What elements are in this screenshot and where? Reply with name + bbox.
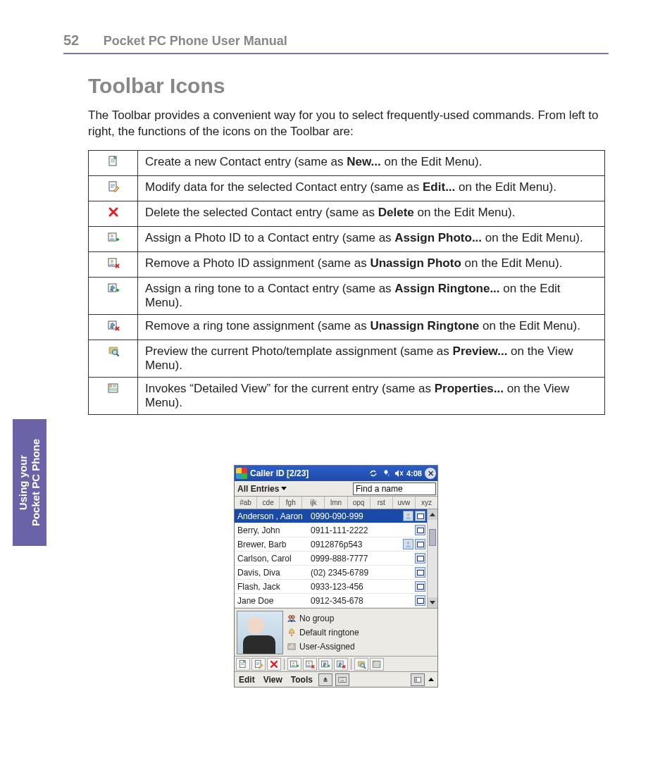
contact-phone: 0990-090-999 bbox=[311, 511, 403, 521]
alpha-tab[interactable]: uvw bbox=[393, 497, 416, 509]
icon-table-row: Create a new Contact entry (same as New.… bbox=[89, 150, 605, 175]
contact-photo bbox=[237, 611, 283, 654]
contact-badges bbox=[415, 525, 427, 535]
page-number: 52 bbox=[63, 32, 79, 49]
device-menubar: Edit View Tools bbox=[235, 671, 437, 687]
filter-bar: All Entries Find a name bbox=[235, 481, 437, 497]
card-badge-icon bbox=[415, 511, 425, 521]
app-title: Caller ID [2/23] bbox=[250, 468, 309, 478]
section-title: Toolbar Icons bbox=[88, 74, 605, 98]
contact-name: Flash, Jack bbox=[235, 582, 311, 592]
card-badge-icon bbox=[415, 595, 425, 606]
alpha-tab[interactable]: xyz bbox=[416, 497, 437, 509]
toolbar-properties-button[interactable] bbox=[370, 658, 384, 671]
alpha-tab[interactable]: rst bbox=[371, 497, 393, 509]
new-icon bbox=[89, 150, 138, 175]
svg-point-31 bbox=[308, 661, 310, 664]
scroll-up-button[interactable] bbox=[428, 509, 437, 520]
search-input[interactable]: Find a name bbox=[353, 483, 436, 495]
contact-row[interactable]: Davis, Diva(02) 2345-6789 bbox=[235, 566, 437, 580]
contacts-list: Anderson , Aaron0990-090-999Berry, John0… bbox=[235, 509, 437, 608]
filter-label: All Entries bbox=[237, 484, 279, 494]
menu-view[interactable]: View bbox=[261, 675, 285, 685]
contact-row[interactable]: Jane Doe0912-345-678 bbox=[235, 594, 437, 608]
device-screenshot: Caller ID [2/23] ! 4:08 ✕ All Entries Fi… bbox=[234, 465, 438, 687]
icon-table-row: Invokes “Detailed View” for the current … bbox=[89, 377, 605, 414]
menu-tools[interactable]: Tools bbox=[288, 675, 316, 685]
svg-point-18 bbox=[407, 514, 410, 516]
contact-phone: (02) 2345-6789 bbox=[311, 568, 415, 578]
sip-keyboard-button[interactable] bbox=[335, 673, 349, 686]
bell-icon bbox=[287, 628, 297, 637]
svg-point-39 bbox=[361, 663, 364, 666]
assign-photo-icon bbox=[89, 226, 138, 251]
svg-point-29 bbox=[292, 661, 294, 664]
icon-table-desc: Invokes “Detailed View” for the current … bbox=[138, 377, 605, 414]
toolbar-edit-button[interactable] bbox=[251, 658, 266, 671]
edit-icon bbox=[89, 175, 138, 201]
preview-icon bbox=[89, 340, 138, 377]
contact-row[interactable]: Berry, John0911-111-2222 bbox=[235, 523, 437, 537]
contact-badges bbox=[415, 553, 427, 564]
filter-dropdown[interactable]: All Entries bbox=[235, 484, 290, 494]
detail-group: No group bbox=[287, 611, 436, 626]
menu-edit[interactable]: Edit bbox=[236, 675, 258, 685]
contact-badges bbox=[403, 511, 427, 521]
chevron-down-icon bbox=[281, 487, 287, 490]
icon-table-row: Preview the current Photo/template assig… bbox=[89, 340, 605, 377]
alpha-tab[interactable]: fgh bbox=[280, 497, 302, 509]
toolbar-assign-ring-button[interactable] bbox=[318, 658, 332, 671]
icon-table-row: Remove a Photo ID assignment (same as Un… bbox=[89, 251, 605, 277]
menu-arrow-up-icon[interactable] bbox=[428, 678, 434, 681]
svg-point-6 bbox=[111, 260, 113, 263]
start-flag-icon[interactable] bbox=[236, 468, 247, 479]
svg-point-14 bbox=[112, 349, 117, 354]
side-tab-label: Using your Pocket PC Phone bbox=[17, 439, 42, 526]
delete-icon bbox=[89, 201, 138, 226]
card-badge-icon bbox=[415, 553, 425, 564]
contact-phone: 0933-123-456 bbox=[311, 582, 415, 592]
icon-table-desc: Delete the selected Contact entry (same … bbox=[138, 201, 605, 226]
icon-table-desc: Assign a ring tone to a Contact entry (s… bbox=[138, 277, 605, 314]
sync-icon[interactable] bbox=[368, 468, 378, 478]
contact-row[interactable]: Carlson, Carol0999-888-7777 bbox=[235, 552, 437, 566]
toolbar-divider bbox=[284, 659, 285, 670]
contact-badges bbox=[415, 581, 427, 592]
icon-table-row: Remove a ring tone assignment (same as U… bbox=[89, 314, 605, 340]
scroll-down-button[interactable] bbox=[428, 597, 437, 608]
speaker-mute-icon[interactable] bbox=[394, 468, 404, 478]
alpha-tab[interactable]: ijk bbox=[302, 497, 325, 509]
photo-badge-icon bbox=[403, 539, 413, 549]
contact-badges bbox=[415, 567, 427, 578]
contact-phone: 0999-888-7777 bbox=[311, 554, 415, 564]
alpha-tab[interactable]: lmn bbox=[325, 497, 347, 509]
toolbar-preview-button[interactable] bbox=[354, 658, 368, 671]
signal-icon[interactable]: ! bbox=[381, 468, 391, 478]
scroll-thumb[interactable] bbox=[429, 529, 436, 546]
toolbar-unassign-photo-button[interactable] bbox=[303, 658, 317, 671]
close-icon[interactable]: ✕ bbox=[425, 468, 436, 479]
contact-row[interactable]: Flash, Jack0933-123-456 bbox=[235, 580, 437, 594]
svg-text:!: ! bbox=[388, 473, 390, 478]
svg-rect-24 bbox=[289, 645, 292, 647]
sip-right-button[interactable] bbox=[411, 673, 425, 686]
card-badge-icon bbox=[415, 567, 425, 578]
contact-row[interactable]: Anderson , Aaron0990-090-999 bbox=[235, 509, 437, 523]
contact-name: Davis, Diva bbox=[235, 568, 311, 578]
svg-point-19 bbox=[407, 542, 410, 545]
svg-point-9 bbox=[111, 290, 113, 291]
toolbar-unassign-ring-button[interactable] bbox=[334, 658, 348, 671]
alpha-tab[interactable]: #ab bbox=[235, 497, 257, 509]
contact-name: Jane Doe bbox=[235, 596, 311, 606]
svg-rect-45 bbox=[416, 678, 418, 681]
toolbar-assign-photo-button[interactable] bbox=[287, 658, 301, 671]
toolbar-delete-button[interactable] bbox=[267, 658, 281, 671]
contact-name: Brewer, Barb bbox=[235, 540, 311, 549]
alpha-tab[interactable]: cde bbox=[257, 497, 280, 509]
toolbar-new-button[interactable] bbox=[236, 658, 250, 671]
icon-table-desc: Remove a Photo ID assignment (same as Un… bbox=[138, 251, 605, 277]
sip-up-button[interactable] bbox=[318, 673, 332, 686]
card-badge-icon bbox=[415, 539, 425, 549]
alpha-tab[interactable]: opq bbox=[348, 497, 371, 509]
contact-row[interactable]: Brewer, Barb0912876p543 bbox=[235, 537, 437, 552]
